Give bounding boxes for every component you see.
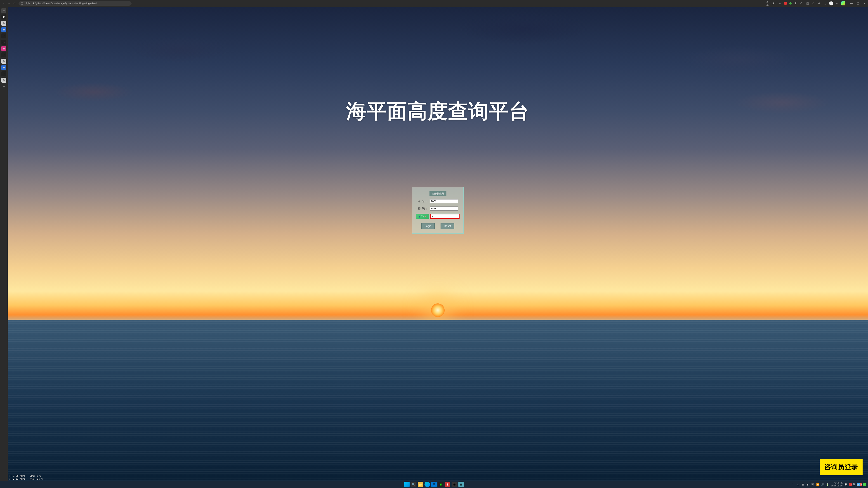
window-controls: — ▢ ✕: [850, 2, 866, 5]
chrome-toolbar-right: aあ A⁺ ☆ Z ⟳ ▥ ✩ ⊕ ⭳ ⋯ — ▢ ✕: [766, 1, 866, 5]
password-label: 密 码：: [418, 207, 428, 210]
taskbar-app-icon[interactable]: ◉: [452, 482, 457, 487]
vtab-item-3[interactable]: ◆: [1, 27, 6, 32]
vscode-icon[interactable]: ⧉: [431, 482, 437, 487]
minimize-button[interactable]: —: [850, 2, 854, 5]
button-row: Login Reset: [421, 223, 455, 229]
captcha-char-0: y: [419, 215, 421, 218]
background-waves: [8, 320, 868, 481]
more-icon[interactable]: ⋯: [835, 2, 839, 5]
vtab-item-1[interactable]: ◐: [1, 14, 6, 20]
extension-green-icon[interactable]: [789, 2, 792, 4]
account-row: 账 号：: [418, 199, 458, 203]
tray-datetime[interactable]: 22:20:35 2024-06-15: [831, 482, 842, 487]
perf-overlay: ↑: 1.08 KB/s CPU: 0 % ↓: 2.63 KB/s 内存: 3…: [8, 474, 43, 481]
register-button[interactable]: 注册新账号: [430, 191, 446, 196]
copilot-icon[interactable]: [841, 1, 845, 5]
page-viewport: 海平面高度查询平台 注册新账号 账 号： 密 码： y K v x Login …: [8, 7, 868, 481]
tray-ime-lang[interactable]: 英: [811, 483, 814, 486]
tray-date: 2024-06-15: [831, 484, 842, 487]
captcha-row: y K v x: [416, 214, 460, 219]
tray-time: 22:20:35: [831, 482, 842, 484]
lock-icon: ⓘ: [21, 2, 23, 5]
account-input[interactable]: [430, 199, 458, 203]
terminal-icon[interactable]: ▣: [438, 482, 443, 487]
account-label: 账 号：: [418, 199, 428, 203]
vtab-item-11[interactable]: 🗎: [1, 78, 6, 83]
perf-up: ↑: 1.08 KB/s: [9, 475, 25, 477]
ime-toolbar[interactable]: S 英 , ▣ ♥ ⚙: [849, 483, 866, 486]
consultant-login-button[interactable]: 咨询员登录: [819, 459, 863, 475]
tray-onedrive-icon[interactable]: ☁: [796, 483, 799, 486]
download-icon[interactable]: ⭳: [823, 2, 827, 5]
tray-wifi-icon[interactable]: 📶: [816, 483, 819, 486]
background-sun: [431, 303, 445, 317]
perf-mem: 内存: 35 %: [30, 477, 42, 480]
search-icon[interactable]: 🔍: [411, 482, 416, 487]
explorer-icon[interactable]: 📁: [418, 482, 423, 487]
login-panel: 注册新账号 账 号： 密 码： y K v x Login Reset: [412, 187, 464, 234]
perf-cpu: CPU: 0 %: [30, 475, 41, 477]
zoom-indicator[interactable]: aあ: [766, 2, 770, 5]
vtab-item-2[interactable]: 🗎: [1, 21, 6, 26]
vtab-item-8[interactable]: 🗎: [1, 59, 6, 64]
vtab-item-10[interactable]: ⋯: [1, 71, 6, 76]
tray-notification-icon[interactable]: 💬: [844, 483, 847, 486]
taskbar: 🔍 📁 ⧉ ▣ Z ◉ ▤ ˄ ☁ ▦ ◆ 英 📶 🔊 🔋 22:20:35 2…: [0, 481, 868, 488]
zotero-ext-icon[interactable]: Z: [794, 2, 798, 5]
refresh-button[interactable]: ⟳: [13, 2, 16, 5]
ime-badge: S: [849, 483, 852, 486]
captcha-char-3: x: [425, 215, 427, 218]
vertical-tab-strip: ▭ ◐ 🗎 ◆ ⋯ ⋯ ◆ ⋯ 🗎 ◆ ⋯ 🗎 +: [0, 7, 8, 481]
extension-badge-icon[interactable]: [784, 2, 787, 5]
tray-security-icon[interactable]: ◆: [806, 483, 809, 486]
edge-icon[interactable]: [425, 482, 430, 487]
start-button[interactable]: [404, 482, 410, 487]
split-icon[interactable]: ▥: [806, 2, 809, 5]
vtab-item-7[interactable]: ⋯: [1, 53, 6, 57]
perf-down: ↓: 2.63 KB/s: [9, 477, 25, 480]
tray-app-icon[interactable]: ▦: [801, 483, 804, 486]
read-aloud-icon[interactable]: A⁺: [772, 2, 776, 5]
reset-button[interactable]: Reset: [440, 223, 454, 229]
captcha-image[interactable]: y K v x: [416, 214, 429, 219]
ime-lang: 英: [853, 483, 855, 486]
browser-chrome: ← → ⟳ ⓘ 文件 E:/github/OceanDataManageSyst…: [0, 0, 868, 7]
profile-avatar[interactable]: [829, 1, 833, 5]
zotero-icon[interactable]: Z: [445, 482, 450, 487]
vtab-item-5[interactable]: ⋯: [1, 40, 6, 45]
history-icon[interactable]: ⊕: [817, 2, 821, 5]
tray-battery-icon[interactable]: 🔋: [826, 483, 829, 486]
address-bar[interactable]: ⓘ 文件 E:/github/OceanDataManageSystemn/ht…: [19, 1, 131, 6]
favorites-star-icon[interactable]: ✩: [811, 2, 815, 5]
taskbar-center: 🔍 📁 ⧉ ▣ Z ◉ ▤: [404, 482, 464, 487]
nav-arrow-group: ← → ⟳: [2, 2, 16, 5]
vtab-item-4[interactable]: ⋯: [1, 33, 6, 38]
tray-volume-icon[interactable]: 🔊: [821, 483, 824, 486]
page-title: 海平面高度查询平台: [346, 98, 529, 125]
new-tab-button[interactable]: +: [1, 84, 6, 89]
captcha-input[interactable]: [430, 214, 460, 219]
favorite-icon[interactable]: ☆: [778, 2, 782, 5]
close-button[interactable]: ✕: [863, 2, 866, 5]
tray-chevron-icon[interactable]: ˄: [791, 483, 794, 486]
file-tag: 文件: [25, 2, 31, 5]
system-tray: ˄ ☁ ▦ ◆ 英 📶 🔊 🔋 22:20:35 2024-06-15 💬 S …: [791, 482, 868, 487]
forward-button[interactable]: →: [7, 2, 11, 5]
login-button[interactable]: Login: [421, 223, 435, 229]
password-row: 密 码：: [418, 206, 458, 210]
url-text: E:/github/OceanDataManageSystemn/html/lo…: [33, 2, 97, 5]
vtab-workspace-icon[interactable]: ▭: [1, 8, 6, 13]
sync-icon[interactable]: ⟳: [800, 2, 803, 5]
password-input[interactable]: [430, 206, 458, 210]
maximize-button[interactable]: ▢: [856, 2, 860, 5]
taskbar-app2-icon[interactable]: ▤: [458, 482, 464, 487]
vtab-item-9[interactable]: ◆: [1, 65, 6, 70]
back-button[interactable]: ←: [2, 2, 5, 5]
captcha-char-1: K: [421, 215, 423, 218]
vtab-item-6[interactable]: ◆: [1, 46, 6, 51]
